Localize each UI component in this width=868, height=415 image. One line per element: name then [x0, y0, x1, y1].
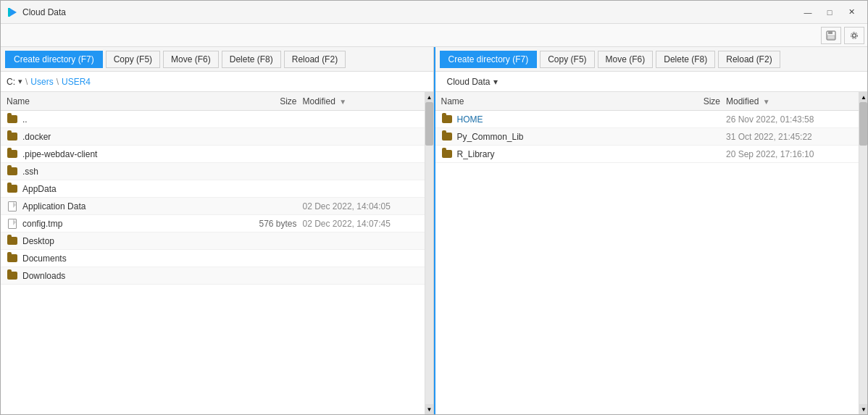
left-path-bar: C: ▾ \ Users \ USER4: [1, 72, 433, 92]
folder-icon: [7, 235, 18, 247]
file-icon: [7, 201, 18, 212]
folder-icon: [7, 148, 18, 160]
file-name: Downloads: [22, 271, 238, 281]
file-name: R_Library: [457, 149, 662, 159]
table-row[interactable]: Desktop: [1, 232, 425, 250]
top-toolbar: [1, 24, 867, 47]
folder-icon: [441, 114, 453, 125]
path-users[interactable]: Users: [30, 77, 53, 87]
save-icon-button[interactable]: [821, 27, 841, 44]
path-sep2: \: [57, 77, 59, 87]
left-scrollbar[interactable]: ▲ ▼: [425, 92, 433, 414]
maximize-button[interactable]: □: [819, 4, 840, 20]
right-scroll-track[interactable]: [859, 102, 867, 404]
right-copy-button[interactable]: Copy (F5): [540, 51, 594, 68]
right-col-name: Name: [441, 96, 662, 106]
table-row[interactable]: R_Library20 Sep 2022, 17:16:10: [435, 146, 859, 163]
right-pane-content: Name Size Modified ▼ HOME26 Nov 2022, 01…: [435, 92, 868, 414]
window-controls: — □ ✕: [798, 4, 861, 20]
right-files-list: HOME26 Nov 2022, 01:43:58Py_Common_Lib31…: [435, 111, 859, 163]
right-scroll-up-btn[interactable]: ▲: [859, 92, 867, 102]
right-reload-button[interactable]: Reload (F2): [718, 51, 780, 68]
file-name: Application Data: [22, 201, 238, 211]
right-pane: Create directory (F7) Copy (F5) Move (F6…: [434, 47, 868, 414]
file-name: ..: [22, 114, 238, 125]
settings-icon-button[interactable]: [844, 27, 864, 44]
folder-icon: [441, 131, 453, 143]
right-modified-sort-icon: ▼: [763, 98, 770, 106]
right-scroll-down-btn[interactable]: ▼: [859, 404, 867, 414]
left-table-header: Name Size Modified ▼: [1, 92, 425, 111]
right-create-dir-button[interactable]: Create directory (F7): [440, 51, 538, 68]
main-window: Cloud Data — □ ✕ Create directory: [0, 0, 868, 415]
close-button[interactable]: ✕: [841, 4, 861, 20]
left-col-modified: Modified ▼: [303, 96, 419, 106]
minimize-button[interactable]: —: [798, 4, 818, 20]
table-row[interactable]: AppData: [1, 180, 425, 198]
path-drive-dropdown[interactable]: ▾: [18, 77, 22, 86]
folder-icon: [7, 131, 18, 143]
file-name: HOME: [457, 114, 662, 125]
path-user4[interactable]: USER4: [62, 77, 91, 87]
file-name: AppData: [22, 184, 238, 194]
table-row[interactable]: HOME26 Nov 2022, 01:43:58: [435, 111, 859, 128]
left-pane: Create directory (F7) Copy (F5) Move (F6…: [1, 47, 434, 414]
table-row[interactable]: Py_Common_Lib31 Oct 2022, 21:45:22: [435, 128, 859, 146]
file-icon: [7, 218, 18, 230]
file-modified: 20 Sep 2022, 17:16:10: [726, 149, 853, 159]
table-row[interactable]: .pipe-webdav-client: [1, 146, 425, 163]
table-row[interactable]: Downloads: [1, 267, 425, 285]
left-col-size: Size: [238, 96, 303, 106]
table-row[interactable]: Documents: [1, 250, 425, 267]
file-size: 576 bytes: [238, 219, 303, 229]
table-row[interactable]: .docker: [1, 128, 425, 146]
table-row[interactable]: config.tmp576 bytes02 Dec 2022, 14:07:45: [1, 215, 425, 232]
table-row[interactable]: ..: [1, 111, 425, 128]
folder-icon: [7, 166, 18, 177]
left-move-button[interactable]: Move (F6): [163, 51, 219, 68]
svg-rect-1: [8, 8, 10, 17]
svg-marker-0: [9, 8, 17, 17]
folder-icon: [7, 114, 18, 125]
file-name: Desktop: [22, 236, 238, 246]
scroll-up-btn[interactable]: ▲: [425, 92, 433, 102]
left-file-table: Name Size Modified ▼ ...docker.pipe-webd…: [1, 92, 425, 414]
left-copy-button[interactable]: Copy (F5): [106, 51, 160, 68]
right-col-size: Size: [661, 96, 726, 106]
right-col-modified: Modified ▼: [726, 96, 853, 106]
right-scrollbar[interactable]: ▲ ▼: [859, 92, 867, 414]
left-pane-content: Name Size Modified ▼ ...docker.pipe-webd…: [1, 92, 433, 414]
file-name: .ssh: [22, 167, 238, 177]
right-scroll-thumb[interactable]: [859, 102, 867, 146]
right-move-button[interactable]: Move (F6): [598, 51, 654, 68]
file-modified: 26 Nov 2022, 01:43:58: [726, 114, 853, 125]
left-reload-button[interactable]: Reload (F2): [284, 51, 346, 68]
svg-rect-4: [827, 35, 835, 39]
cloud-path-dropdown[interactable]: ▾: [493, 77, 498, 87]
file-name: .docker: [22, 132, 238, 142]
window-title: Cloud Data: [22, 7, 798, 17]
scroll-thumb[interactable]: [425, 102, 433, 146]
right-delete-button[interactable]: Delete (F8): [656, 51, 715, 68]
right-toolbar: Create directory (F7) Copy (F5) Move (F6…: [435, 47, 868, 72]
file-modified: 31 Oct 2022, 21:45:22: [726, 132, 853, 142]
table-row[interactable]: Application Data02 Dec 2022, 14:04:05: [1, 198, 425, 215]
right-table-header: Name Size Modified ▼: [435, 92, 859, 111]
folder-icon: [441, 148, 453, 160]
left-files-list: ...docker.pipe-webdav-client.sshAppDataA…: [1, 111, 425, 285]
left-delete-button[interactable]: Delete (F8): [222, 51, 281, 68]
right-path-bar: Cloud Data ▾: [435, 72, 868, 92]
file-modified: 02 Dec 2022, 14:04:05: [303, 201, 419, 211]
cloud-path-label: Cloud Data ▾: [441, 77, 504, 87]
folder-icon: [7, 253, 18, 264]
scroll-track[interactable]: [425, 102, 433, 404]
title-bar: Cloud Data — □ ✕: [1, 1, 867, 24]
scroll-down-btn[interactable]: ▼: [425, 404, 433, 414]
file-name: Documents: [22, 253, 238, 264]
left-create-dir-button[interactable]: Create directory (F7): [5, 51, 103, 68]
app-logo: [7, 7, 18, 18]
svg-point-5: [853, 33, 856, 37]
table-row[interactable]: .ssh: [1, 163, 425, 180]
settings-icon: [849, 30, 859, 41]
file-modified: 02 Dec 2022, 14:07:45: [303, 219, 419, 229]
